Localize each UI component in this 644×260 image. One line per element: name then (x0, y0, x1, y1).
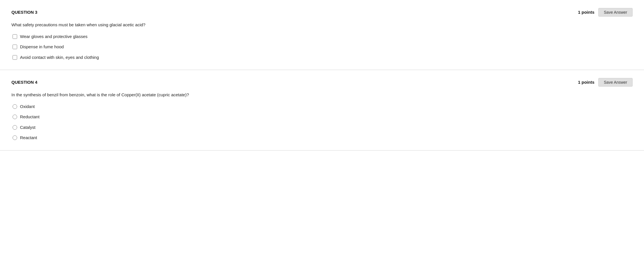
question-3-option-3-checkbox[interactable] (13, 55, 17, 60)
question-3-title: QUESTION 3 (11, 9, 37, 16)
question-4-option-2-radio[interactable] (13, 115, 17, 119)
question-4-save-button[interactable]: Save Answer (598, 78, 633, 87)
question-3-option-2-label: Dispense in fume hood (20, 44, 64, 50)
question-4-option-3-label: Catalyst (20, 124, 35, 131)
question-4-option-1-label: Oxidant (20, 103, 35, 110)
question-4-text: In the synthesis of benzil from benzoin,… (11, 92, 633, 98)
list-item[interactable]: Dispense in fume hood (13, 44, 633, 50)
list-item[interactable]: Avoid contact with skin, eyes and clothi… (13, 54, 633, 61)
question-4-header: QUESTION 4 1 points Save Answer (11, 78, 633, 87)
question-4-option-4-label: Reactant (20, 135, 37, 141)
question-4-option-1-radio[interactable] (13, 104, 17, 109)
list-item[interactable]: Catalyst (13, 124, 633, 131)
page-container: QUESTION 3 1 points Save Answer What saf… (0, 0, 644, 151)
question-4-option-4-radio[interactable] (13, 135, 17, 140)
question-3-option-3-label: Avoid contact with skin, eyes and clothi… (20, 54, 99, 61)
list-item[interactable]: Reductant (13, 114, 633, 120)
question-4-points: 1 points (578, 79, 595, 86)
list-item[interactable]: Oxidant (13, 103, 633, 110)
question-4-meta: 1 points Save Answer (578, 78, 633, 87)
question-3-option-2-checkbox[interactable] (13, 45, 17, 49)
question-3-header: QUESTION 3 1 points Save Answer (11, 8, 633, 17)
question-4-option-2-label: Reductant (20, 114, 39, 120)
question-4-options: Oxidant Reductant Catalyst Reactant (13, 103, 633, 141)
question-4-title: QUESTION 4 (11, 79, 37, 86)
question-3-meta: 1 points Save Answer (578, 8, 633, 17)
question-4-option-3-radio[interactable] (13, 125, 17, 130)
list-item[interactable]: Reactant (13, 135, 633, 141)
question-3-option-1-checkbox[interactable] (13, 34, 17, 39)
question-3-save-button[interactable]: Save Answer (598, 8, 633, 17)
question-3-option-1-label: Wear gloves and protective glasses (20, 33, 88, 40)
question-4-block: QUESTION 4 1 points Save Answer In the s… (0, 70, 644, 151)
question-3-text: What safety precautions must be taken wh… (11, 22, 633, 28)
question-3-points: 1 points (578, 9, 595, 16)
list-item[interactable]: Wear gloves and protective glasses (13, 33, 633, 40)
question-3-options: Wear gloves and protective glasses Dispe… (13, 33, 633, 61)
question-3-block: QUESTION 3 1 points Save Answer What saf… (0, 0, 644, 70)
